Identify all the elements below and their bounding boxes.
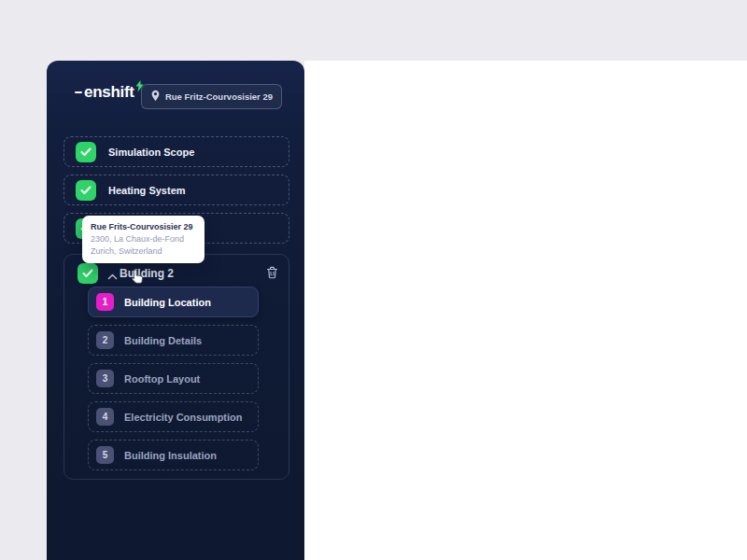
step-label: Heating System [108, 185, 186, 196]
building-title: Building 2 [120, 267, 174, 280]
step-heating-system[interactable]: Heating System [63, 175, 289, 205]
check-icon [78, 263, 98, 284]
enshift-logo: enshift [75, 83, 144, 102]
check-icon [76, 180, 96, 201]
substep-label: Building Details [124, 335, 202, 346]
step-label: Simulation Scope [108, 147, 194, 158]
substep-number-badge: 2 [96, 331, 114, 349]
substep-number-badge: 1 [96, 293, 114, 311]
main-content-panel: Building Location Enter the location of … [304, 61, 747, 560]
address-tooltip: Rue Frits-Courvosisier 29 2300, La Chaux… [82, 216, 204, 263]
substep-building-insulation[interactable]: 5 Building Insulation [88, 440, 259, 470]
address-pill[interactable]: Rue Fritz-Courvosisier 29 [141, 84, 282, 109]
substep-label: Building Insulation [124, 450, 217, 461]
check-icon [76, 142, 96, 162]
sidebar: enshift Rue Fritz-Courvosisier 29 Simula… [47, 61, 304, 560]
chevron-up-icon[interactable] [107, 267, 118, 284]
step-simulation-scope[interactable]: Simulation Scope [63, 136, 289, 167]
substep-electricity-consumption[interactable]: 4 Electricity Consumption [88, 401, 259, 432]
logo-dash [75, 91, 82, 94]
address-pill-label: Rue Fritz-Courvosisier 29 [165, 91, 273, 102]
tooltip-city: 2300, La Chaux-de-Fond [91, 233, 196, 245]
mouse-cursor-icon [129, 268, 145, 289]
substep-building-details[interactable]: 2 Building Details [88, 325, 259, 356]
substep-label: Rooftop Layout [124, 373, 200, 385]
substep-building-location[interactable]: 1 Building Location [88, 287, 259, 317]
logo-text: enshift [84, 83, 134, 102]
substep-label: Building Location [124, 297, 211, 308]
substep-number-badge: 4 [96, 408, 114, 426]
tooltip-country: Zurich, Switzerland [91, 245, 196, 258]
substep-number-badge: 3 [96, 370, 114, 387]
substep-rooftop-layout[interactable]: 3 Rooftop Layout [88, 363, 259, 394]
tooltip-street: Rue Frits-Courvosisier 29 [91, 221, 196, 233]
building-header[interactable]: Building 2 [64, 259, 289, 288]
trash-icon[interactable] [266, 266, 278, 283]
substep-label: Electricity Consumption [124, 412, 243, 423]
substep-number-badge: 5 [96, 446, 114, 464]
app-window: Building Location Enter the location of … [0, 0, 747, 560]
map-pin-icon [150, 90, 161, 104]
